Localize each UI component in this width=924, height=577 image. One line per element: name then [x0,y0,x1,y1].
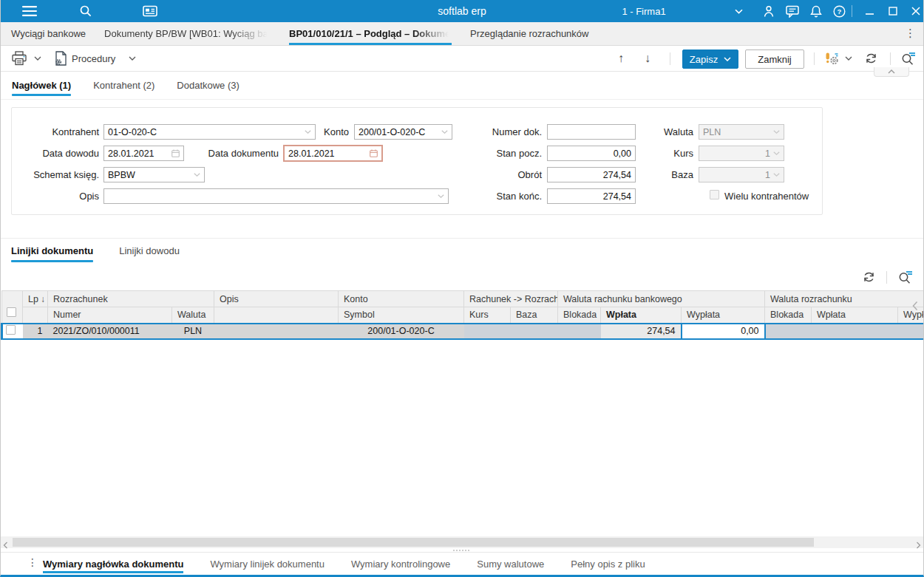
cell-baza[interactable] [511,324,558,339]
tab-bp01-podglad-dokument[interactable]: BP01/010/21/1 – Podgląd – Dokument [289,22,452,45]
run-procedure-chevron-down-icon[interactable] [843,46,855,71]
sub-header-wplata-1[interactable]: Wpłata [601,307,682,324]
column-header-waluta-rozrachunku[interactable]: Waluta rozrachunku [765,291,924,307]
obrot-input[interactable]: 274,54 [547,167,636,182]
baza-select[interactable]: 1 [699,167,784,182]
run-procedure-icon[interactable] [823,46,840,71]
scrollbar-thumb[interactable] [13,538,814,547]
print-chevron-down-icon[interactable] [32,46,44,71]
waluta-select[interactable]: PLN [699,124,784,140]
calendar-icon[interactable] [171,149,180,157]
cell-waluta[interactable]: PLN [172,324,214,339]
cell-wyplata-2[interactable] [898,324,924,339]
sub-header-baza[interactable]: Baza [511,307,558,324]
cell-wyplata-1-active[interactable]: 0,00 [682,324,765,339]
scroll-right-chevron-icon[interactable] [916,539,921,552]
wielu-kontrahentow-checkbox[interactable] [710,190,719,199]
schemat-ksieg-select[interactable]: BPBW [103,167,205,182]
scroll-left-chevron-icon[interactable] [3,539,8,552]
tab-overflow-menu-icon[interactable]: ⋮ [905,27,916,40]
column-header-waluta-rachunku[interactable]: Waluta rachunku bankowego [558,291,765,307]
tab-wymiary-linijek[interactable]: Wymiary linijek dokumentu [210,553,325,575]
tab-kontrahent[interactable]: Kontrahent (2) [93,72,154,99]
sub-header-blokada-2[interactable]: Blokada [765,307,812,324]
cell-wplata-2[interactable] [812,324,898,339]
cell-lp[interactable]: 1 [23,324,48,339]
sub-header-wyplata-1[interactable]: Wypłata [682,307,765,324]
table-row-selected[interactable]: 1 2021/ZO/010/000011 PLN 200/01-O-020-C … [2,324,924,339]
sub-header-symbol[interactable]: Symbol [339,307,464,324]
row-checkbox[interactable] [6,325,16,335]
chat-icon[interactable] [780,0,805,22]
konto-select[interactable]: 200/01-O-020-C [354,124,452,140]
select-all-cell [2,291,23,324]
tab-dokumenty-bp-bw[interactable]: Dokumenty BP/BW [WB01: Wyciąg ban [104,22,271,45]
maximize-icon[interactable] [881,0,905,22]
company-chevron-down-icon[interactable] [729,0,748,22]
close-window-icon[interactable] [904,0,924,22]
sub-header-kurs[interactable]: Kurs [464,307,511,324]
cell-numer[interactable]: 2021/ZO/010/000011 [48,324,172,339]
sub-header-numer[interactable]: Numer [48,307,172,324]
notifications-bell-icon[interactable] [804,0,829,22]
cell-symbol[interactable]: 200/01-O-020-C [339,324,464,339]
numer-dok-input[interactable] [547,124,636,140]
tab-dodatkowe[interactable]: Dodatkowe (3) [177,72,240,99]
select-all-checkbox[interactable] [7,307,16,317]
sub-header-blokada-1[interactable]: Blokada [558,307,601,324]
opis-select[interactable] [103,188,449,204]
hamburger-menu-icon[interactable] [17,0,42,22]
tab-naglowek[interactable]: Nagłówek (1) [12,72,71,99]
tab-wymiary-naglowka[interactable]: Wymiary nagłówka dokumentu [43,553,183,575]
tab-przegladanie-rozrachunkow[interactable]: Przeglądanie rozrachunków [470,22,588,45]
sub-header-wplata-2[interactable]: Wpłata [812,307,898,324]
procedures-icon[interactable] [52,46,69,71]
collapse-side-panel-chevron-left-icon[interactable] [912,301,918,314]
news-icon[interactable] [137,0,163,22]
stan-konc-input[interactable]: 274,54 [547,188,636,204]
column-header-opis[interactable]: Opis [214,291,339,307]
tab-linijki-dowodu[interactable]: Linijki dowodu [119,239,180,263]
user-icon[interactable] [756,0,781,22]
sub-header-wyplata-2[interactable]: Wypł [898,307,924,324]
tab-wyciagi-bankowe[interactable]: Wyciągi bankowe [11,22,86,45]
bottom-tabs-menu-icon[interactable]: ⋮ [27,556,38,568]
move-down-icon[interactable]: ↓ [639,46,656,71]
kurs-select[interactable]: 1 [699,146,784,161]
column-header-konto[interactable]: Konto [339,291,464,307]
horizontal-scrollbar[interactable] [1,536,923,548]
cell-opis[interactable] [214,324,339,339]
cell-blokada-2[interactable] [765,324,812,339]
column-header-rozrachunek[interactable]: Rozrachunek [48,291,214,307]
column-header-rachunek-rozrachunek[interactable]: Rachunek -> Rozrachu [464,291,558,307]
search-icon[interactable] [73,0,98,22]
data-dokumentu-input[interactable]: 28.01.2021 [283,145,383,162]
cell-kurs[interactable] [464,324,511,339]
collapse-toolbar-chevron-up-icon[interactable] [874,67,909,77]
procedures-button[interactable]: Procedury [72,46,115,71]
tab-pelny-opis-z-pliku[interactable]: Pełny opis z pliku [571,553,645,575]
cell-wplata-1[interactable]: 274,54 [601,324,682,339]
tab-linijki-dokumentu[interactable]: Linijki dokumentu [11,239,93,263]
procedures-chevron-down-icon[interactable] [126,46,138,71]
svg-text:?: ? [837,7,841,16]
move-up-icon[interactable]: ↑ [613,46,629,71]
calendar-icon[interactable] [370,149,378,157]
minimize-icon[interactable] [858,0,882,22]
data-dowodu-input[interactable]: 28.01.2021 [103,146,184,161]
print-icon[interactable] [8,46,30,71]
sub-header-waluta[interactable]: Waluta [172,307,214,324]
grid-search-filter-icon[interactable] [897,270,913,284]
close-document-button[interactable]: Zamknij [745,49,804,69]
company-selector[interactable]: 1 - Firma1 [563,0,725,22]
chevron-down-icon [305,130,311,134]
kontrahent-select[interactable]: 01-O-020-C [103,124,316,140]
help-icon[interactable]: ? [826,0,852,22]
tab-sumy-walutowe[interactable]: Sumy walutowe [477,553,544,575]
stan-pocz-input[interactable]: 0,00 [547,146,636,161]
tab-wymiary-kontrolingowe[interactable]: Wymiary kontrolingowe [351,553,450,575]
column-header-lp[interactable]: Lp↓ [23,291,48,307]
grid-refresh-icon[interactable] [862,270,876,284]
save-button[interactable]: Zapisz [682,49,738,69]
cell-blokada-1[interactable] [558,324,601,339]
